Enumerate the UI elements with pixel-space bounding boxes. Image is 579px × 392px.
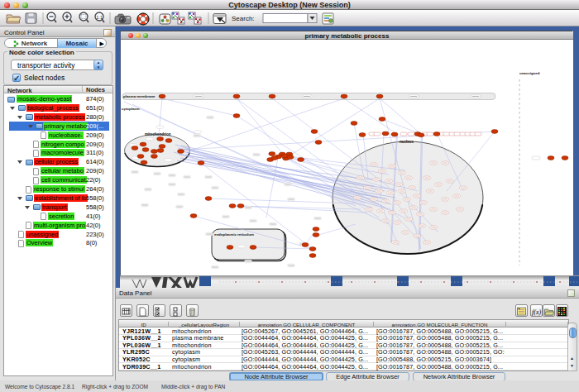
svg-text:unassigned: unassigned	[519, 71, 540, 75]
svg-text:cytoplasm: cytoplasm	[122, 107, 140, 111]
svg-text:f(x): f(x)	[532, 308, 541, 316]
svg-text:plasma membrane: plasma membrane	[123, 94, 156, 98]
svg-text:Search:: Search:	[232, 15, 255, 22]
svg-text:endoplasmic reticulum: endoplasmic reticulum	[214, 232, 254, 237]
svg-text:nucleus: nucleus	[400, 140, 414, 144]
svg-text:1:1: 1:1	[96, 15, 103, 20]
svg-text:mitochondrion: mitochondrion	[145, 132, 171, 136]
